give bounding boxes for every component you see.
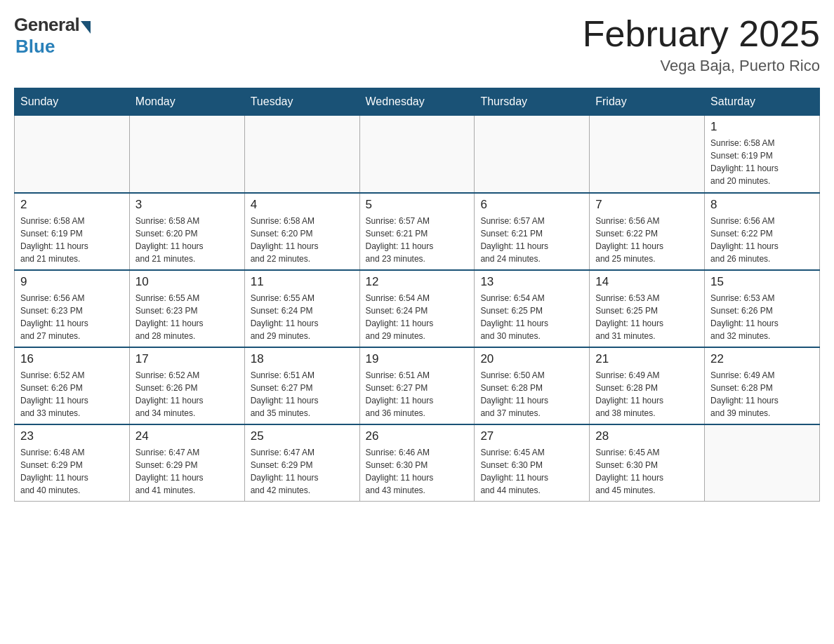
day-info: Sunrise: 6:58 AMSunset: 6:20 PMDaylight:…	[251, 215, 354, 265]
calendar-cell: 25Sunrise: 6:47 AMSunset: 6:29 PMDayligh…	[244, 424, 359, 502]
day-number: 14	[595, 275, 699, 289]
day-number: 17	[135, 352, 239, 366]
day-number: 13	[480, 275, 583, 289]
calendar-cell	[475, 116, 590, 193]
day-info: Sunrise: 6:56 AMSunset: 6:23 PMDaylight:…	[20, 292, 124, 342]
calendar-week-row: 9Sunrise: 6:56 AMSunset: 6:23 PMDaylight…	[15, 270, 820, 347]
day-number: 28	[595, 429, 699, 443]
day-number: 4	[251, 198, 354, 212]
day-number: 24	[135, 429, 239, 443]
day-info: Sunrise: 6:48 AMSunset: 6:29 PMDaylight:…	[20, 446, 124, 497]
calendar-cell: 15Sunrise: 6:53 AMSunset: 6:26 PMDayligh…	[705, 270, 820, 347]
day-number: 3	[135, 198, 239, 212]
day-number: 20	[480, 352, 583, 366]
calendar-cell: 5Sunrise: 6:57 AMSunset: 6:21 PMDaylight…	[359, 193, 475, 270]
day-info: Sunrise: 6:57 AMSunset: 6:21 PMDaylight:…	[480, 215, 583, 265]
day-info: Sunrise: 6:50 AMSunset: 6:28 PMDaylight:…	[480, 369, 583, 420]
day-number: 21	[595, 352, 699, 366]
day-info: Sunrise: 6:52 AMSunset: 6:26 PMDaylight:…	[20, 369, 124, 420]
day-info: Sunrise: 6:53 AMSunset: 6:26 PMDaylight:…	[710, 292, 814, 342]
calendar-cell: 1Sunrise: 6:58 AMSunset: 6:19 PMDaylight…	[705, 116, 820, 193]
calendar-cell: 28Sunrise: 6:45 AMSunset: 6:30 PMDayligh…	[590, 424, 705, 502]
day-info: Sunrise: 6:51 AMSunset: 6:27 PMDaylight:…	[366, 369, 469, 420]
day-info: Sunrise: 6:58 AMSunset: 6:19 PMDaylight:…	[20, 215, 124, 265]
calendar-week-row: 23Sunrise: 6:48 AMSunset: 6:29 PMDayligh…	[15, 424, 820, 502]
day-number: 2	[20, 198, 124, 212]
day-of-week-header: Saturday	[705, 88, 820, 116]
calendar-cell: 4Sunrise: 6:58 AMSunset: 6:20 PMDaylight…	[244, 193, 359, 270]
calendar-cell	[590, 116, 705, 193]
day-of-week-header: Friday	[590, 88, 705, 116]
day-number: 23	[20, 429, 124, 443]
calendar-cell: 23Sunrise: 6:48 AMSunset: 6:29 PMDayligh…	[15, 424, 130, 502]
calendar-cell: 26Sunrise: 6:46 AMSunset: 6:30 PMDayligh…	[359, 424, 475, 502]
day-info: Sunrise: 6:54 AMSunset: 6:25 PMDaylight:…	[480, 292, 583, 342]
day-info: Sunrise: 6:53 AMSunset: 6:25 PMDaylight:…	[595, 292, 699, 342]
day-info: Sunrise: 6:55 AMSunset: 6:23 PMDaylight:…	[135, 292, 239, 342]
day-of-week-header: Wednesday	[359, 88, 475, 116]
calendar-cell: 13Sunrise: 6:54 AMSunset: 6:25 PMDayligh…	[475, 270, 590, 347]
day-info: Sunrise: 6:58 AMSunset: 6:20 PMDaylight:…	[135, 215, 239, 265]
calendar-cell: 14Sunrise: 6:53 AMSunset: 6:25 PMDayligh…	[590, 270, 705, 347]
calendar-cell: 11Sunrise: 6:55 AMSunset: 6:24 PMDayligh…	[244, 270, 359, 347]
day-info: Sunrise: 6:45 AMSunset: 6:30 PMDaylight:…	[595, 446, 699, 497]
day-info: Sunrise: 6:47 AMSunset: 6:29 PMDaylight:…	[135, 446, 239, 497]
calendar-week-row: 1Sunrise: 6:58 AMSunset: 6:19 PMDaylight…	[15, 116, 820, 193]
day-of-week-header: Thursday	[475, 88, 590, 116]
calendar-cell: 20Sunrise: 6:50 AMSunset: 6:28 PMDayligh…	[475, 347, 590, 424]
calendar-cell: 21Sunrise: 6:49 AMSunset: 6:28 PMDayligh…	[590, 347, 705, 424]
day-of-week-header: Sunday	[15, 88, 130, 116]
day-info: Sunrise: 6:58 AMSunset: 6:19 PMDaylight:…	[710, 137, 814, 187]
calendar-cell	[359, 116, 475, 193]
calendar-cell: 24Sunrise: 6:47 AMSunset: 6:29 PMDayligh…	[129, 424, 244, 502]
day-info: Sunrise: 6:46 AMSunset: 6:30 PMDaylight:…	[366, 446, 469, 497]
calendar-cell: 6Sunrise: 6:57 AMSunset: 6:21 PMDaylight…	[475, 193, 590, 270]
day-info: Sunrise: 6:51 AMSunset: 6:27 PMDaylight:…	[251, 369, 354, 420]
day-info: Sunrise: 6:45 AMSunset: 6:30 PMDaylight:…	[480, 446, 583, 497]
day-number: 7	[595, 198, 699, 212]
logo-blue-text: Blue	[15, 36, 55, 58]
calendar-cell	[129, 116, 244, 193]
day-number: 15	[710, 275, 814, 289]
day-number: 27	[480, 429, 583, 443]
calendar-table: SundayMondayTuesdayWednesdayThursdayFrid…	[14, 88, 820, 502]
day-info: Sunrise: 6:57 AMSunset: 6:21 PMDaylight:…	[366, 215, 469, 265]
calendar-week-row: 16Sunrise: 6:52 AMSunset: 6:26 PMDayligh…	[15, 347, 820, 424]
calendar-cell: 19Sunrise: 6:51 AMSunset: 6:27 PMDayligh…	[359, 347, 475, 424]
logo-general-text: General	[14, 14, 79, 36]
day-info: Sunrise: 6:52 AMSunset: 6:26 PMDaylight:…	[135, 369, 239, 420]
day-info: Sunrise: 6:47 AMSunset: 6:29 PMDaylight:…	[251, 446, 354, 497]
day-info: Sunrise: 6:54 AMSunset: 6:24 PMDaylight:…	[366, 292, 469, 342]
calendar-cell	[244, 116, 359, 193]
calendar-cell: 10Sunrise: 6:55 AMSunset: 6:23 PMDayligh…	[129, 270, 244, 347]
day-number: 10	[135, 275, 239, 289]
calendar-cell	[705, 424, 820, 502]
day-number: 16	[20, 352, 124, 366]
day-info: Sunrise: 6:56 AMSunset: 6:22 PMDaylight:…	[710, 215, 814, 265]
title-block: February 2025 Vega Baja, Puerto Rico	[583, 14, 820, 75]
calendar-cell: 9Sunrise: 6:56 AMSunset: 6:23 PMDaylight…	[15, 270, 130, 347]
day-number: 25	[251, 429, 354, 443]
day-number: 1	[710, 120, 814, 134]
day-number: 19	[366, 352, 469, 366]
calendar-cell: 12Sunrise: 6:54 AMSunset: 6:24 PMDayligh…	[359, 270, 475, 347]
calendar-cell: 17Sunrise: 6:52 AMSunset: 6:26 PMDayligh…	[129, 347, 244, 424]
day-of-week-header: Tuesday	[244, 88, 359, 116]
calendar-cell: 3Sunrise: 6:58 AMSunset: 6:20 PMDaylight…	[129, 193, 244, 270]
day-number: 26	[366, 429, 469, 443]
day-number: 8	[710, 198, 814, 212]
page-header: General Blue February 2025 Vega Baja, Pu…	[14, 14, 820, 75]
day-number: 12	[366, 275, 469, 289]
day-number: 22	[710, 352, 814, 366]
logo: General Blue	[14, 14, 91, 58]
day-number: 6	[480, 198, 583, 212]
calendar-week-row: 2Sunrise: 6:58 AMSunset: 6:19 PMDaylight…	[15, 193, 820, 270]
day-number: 11	[251, 275, 354, 289]
calendar-cell	[15, 116, 130, 193]
day-info: Sunrise: 6:56 AMSunset: 6:22 PMDaylight:…	[595, 215, 699, 265]
calendar-header-row: SundayMondayTuesdayWednesdayThursdayFrid…	[15, 88, 820, 116]
calendar-cell: 16Sunrise: 6:52 AMSunset: 6:26 PMDayligh…	[15, 347, 130, 424]
calendar-cell: 27Sunrise: 6:45 AMSunset: 6:30 PMDayligh…	[475, 424, 590, 502]
calendar-cell: 22Sunrise: 6:49 AMSunset: 6:28 PMDayligh…	[705, 347, 820, 424]
calendar-cell: 8Sunrise: 6:56 AMSunset: 6:22 PMDaylight…	[705, 193, 820, 270]
